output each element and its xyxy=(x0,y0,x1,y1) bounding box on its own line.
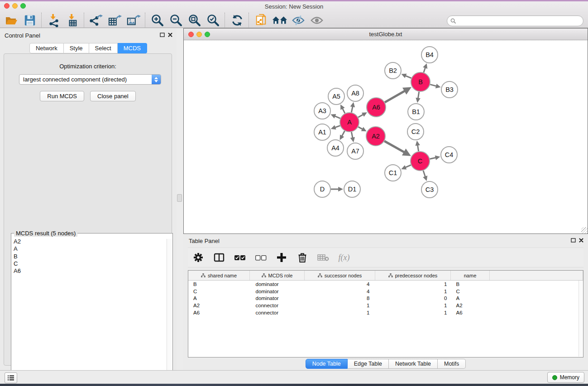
tab-mcds[interactable]: MCDS xyxy=(118,43,147,53)
table-cell[interactable] xyxy=(490,288,583,295)
function-builder-button[interactable]: f(x) xyxy=(334,248,354,267)
table-cell[interactable]: A2 xyxy=(451,302,490,309)
tree-attribute-icon xyxy=(201,273,206,277)
close-panel-icon[interactable] xyxy=(168,33,172,37)
memory-button[interactable]: Memory xyxy=(547,372,584,383)
table-cell[interactable]: 1 xyxy=(305,302,375,309)
refresh-icon xyxy=(231,14,244,27)
table-cell[interactable]: 1 xyxy=(375,288,451,295)
trash-icon xyxy=(298,253,307,262)
deselect-all-button[interactable] xyxy=(250,248,271,267)
zoom-fit-button[interactable] xyxy=(185,13,204,28)
show-panel-button[interactable] xyxy=(307,13,326,28)
close-panel-icon[interactable] xyxy=(579,238,583,243)
open-session-button[interactable] xyxy=(2,13,20,28)
run-mcds-button[interactable]: Run MCDS xyxy=(40,91,84,101)
clone-network-button[interactable] xyxy=(252,13,270,28)
export-image-button[interactable] xyxy=(124,13,143,28)
table-cell[interactable] xyxy=(490,295,583,302)
hide-panel-button[interactable] xyxy=(289,13,307,28)
graph-node-label: B xyxy=(418,78,423,86)
table-cell[interactable]: 4 xyxy=(305,288,375,295)
resize-grip[interactable] xyxy=(581,227,588,234)
table-cell[interactable] xyxy=(490,309,583,316)
table-cell[interactable]: dominator xyxy=(250,288,305,295)
mcds-result-scrollbar[interactable] xyxy=(167,239,172,386)
table-cell[interactable]: dominator xyxy=(250,295,305,302)
mcds-result-item[interactable]: A xyxy=(14,245,166,253)
export-network-button[interactable] xyxy=(87,13,105,28)
table-cell[interactable]: A6 xyxy=(451,309,490,316)
table-cell[interactable]: A6 xyxy=(188,309,250,316)
network-window-titlebar[interactable]: testGlobe.txt xyxy=(184,29,588,40)
table-cell[interactable]: 1 xyxy=(375,281,451,288)
float-panel-icon[interactable] xyxy=(160,33,165,37)
close-panel-button[interactable]: Close panel xyxy=(90,91,136,101)
graph-edge-A2-C[interactable] xyxy=(384,141,407,154)
table-cell[interactable]: A2 xyxy=(188,302,250,309)
plus-icon xyxy=(277,253,286,262)
tab-network[interactable]: Network xyxy=(29,43,64,53)
column-header[interactable]: name xyxy=(451,271,490,281)
table-cell[interactable]: B xyxy=(188,281,250,288)
import-network-button[interactable] xyxy=(44,13,63,28)
table-cell[interactable]: 1 xyxy=(375,302,451,309)
zoom-out-button[interactable] xyxy=(167,13,185,28)
table-panel: Table Panel xyxy=(183,234,588,370)
table-cell[interactable]: B xyxy=(451,281,490,288)
tab-style[interactable]: Style xyxy=(64,43,89,53)
search-input[interactable] xyxy=(458,17,573,24)
table-scrollbar[interactable] xyxy=(578,281,583,357)
column-header[interactable] xyxy=(490,271,583,281)
graph-edge-A6-B[interactable] xyxy=(385,89,407,102)
vertical-split-handle[interactable] xyxy=(177,194,182,202)
zoom-in-button[interactable] xyxy=(148,13,167,28)
save-session-button[interactable] xyxy=(20,13,39,28)
toolbar-search[interactable] xyxy=(447,15,583,26)
table-cell[interactable]: 1 xyxy=(305,309,375,316)
select-all-button[interactable] xyxy=(229,248,250,267)
column-header[interactable]: shared name xyxy=(188,271,250,281)
table-cell[interactable]: 1 xyxy=(375,309,451,316)
show-columns-button[interactable] xyxy=(209,248,229,267)
tab-edge-table[interactable]: Edge Table xyxy=(348,359,389,369)
criterion-dropdown[interactable]: largest connected component (directed) xyxy=(19,74,161,85)
home-view-button[interactable] xyxy=(270,13,289,28)
table-cell[interactable]: A xyxy=(451,295,490,302)
refresh-view-button[interactable] xyxy=(228,13,246,28)
import-table-button[interactable] xyxy=(63,13,81,28)
tab-network-table[interactable]: Network Table xyxy=(389,359,438,369)
add-row-button[interactable] xyxy=(271,248,292,267)
table-cell[interactable]: dominator xyxy=(250,281,305,288)
network-canvas[interactable]: B4B2BB3A5A8A6A3B1AA1C2A2A4A7C4CC1C3DD1 xyxy=(184,40,587,234)
mcds-result-list[interactable]: A2ABCA6 xyxy=(14,238,166,385)
graph-node-label: B1 xyxy=(412,108,420,115)
float-panel-icon[interactable] xyxy=(571,238,576,243)
task-history-button[interactable] xyxy=(5,372,17,383)
table-cell[interactable]: connector xyxy=(250,302,305,309)
delete-table-button[interactable] xyxy=(313,248,334,267)
table-cell[interactable]: C xyxy=(188,288,250,295)
table-cell[interactable]: 0 xyxy=(375,295,451,302)
tab-select[interactable]: Select xyxy=(89,43,118,53)
table-cell[interactable] xyxy=(490,302,583,309)
export-table-button[interactable] xyxy=(105,13,124,28)
table-cell[interactable]: A xyxy=(188,295,250,302)
mcds-result-item[interactable]: A2 xyxy=(14,238,166,245)
table-cell[interactable]: 4 xyxy=(305,281,375,288)
mcds-result-item[interactable]: A6 xyxy=(14,267,166,275)
tab-node-table[interactable]: Node Table xyxy=(306,359,348,369)
mcds-result-item[interactable]: B xyxy=(14,253,166,260)
table-settings-button[interactable] xyxy=(188,248,209,267)
column-header[interactable]: MCDS role xyxy=(250,271,305,281)
delete-row-button[interactable] xyxy=(292,248,313,267)
table-cell[interactable]: connector xyxy=(250,309,305,316)
zoom-selected-button[interactable] xyxy=(204,13,222,28)
table-cell[interactable]: C xyxy=(451,288,490,295)
column-header[interactable]: successor nodes xyxy=(305,271,375,281)
mcds-result-item[interactable]: C xyxy=(14,260,166,267)
table-cell[interactable] xyxy=(490,281,583,288)
table-cell[interactable]: 8 xyxy=(305,295,375,302)
column-header[interactable]: predecessor nodes xyxy=(375,271,451,281)
tab-motifs[interactable]: Motifs xyxy=(438,359,466,369)
